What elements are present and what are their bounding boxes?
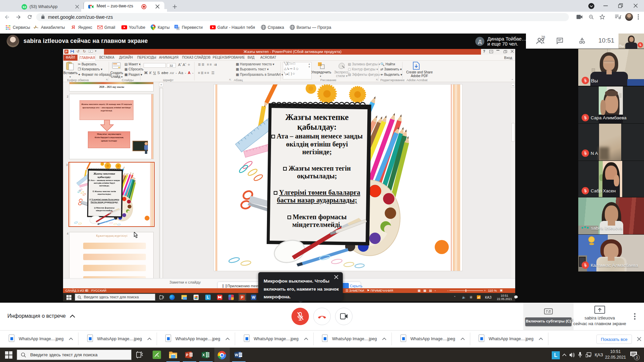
svg-text:W: W xyxy=(235,353,238,357)
svg-text:X: X xyxy=(202,353,205,357)
svg-text:G: G xyxy=(175,25,177,28)
svg-text:53: 53 xyxy=(22,5,26,9)
svg-text:P: P xyxy=(186,353,188,357)
